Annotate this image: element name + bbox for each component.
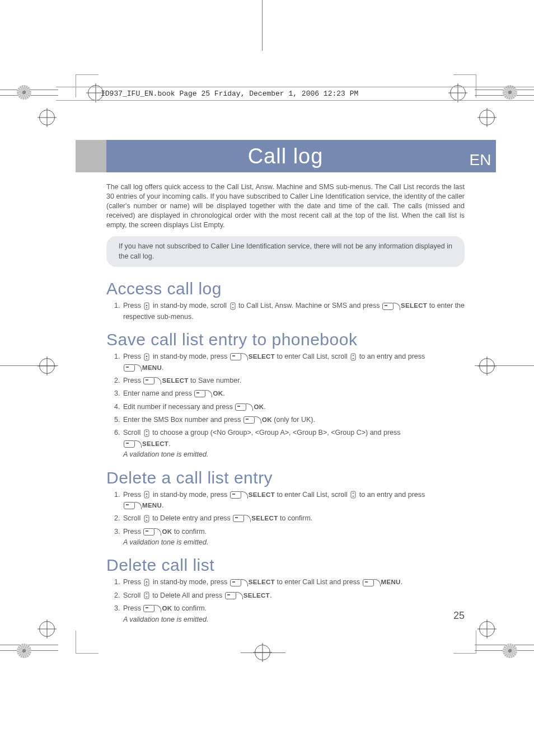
softkey-icon — [230, 353, 247, 360]
softkey-icon — [382, 303, 400, 310]
text: Press — [123, 604, 143, 612]
softkey-label: SELECT — [162, 377, 188, 384]
text: to an entry and press — [357, 491, 425, 499]
softkey-icon — [143, 605, 161, 612]
registration-mark-icon — [39, 358, 55, 374]
text: Press — [123, 377, 143, 384]
text: . — [264, 403, 265, 411]
softkey-label: OK — [254, 403, 264, 410]
intro-paragraph: The call log offers quick access to the … — [106, 182, 465, 229]
text: . — [401, 578, 402, 586]
softkey-label: SELECT — [249, 491, 275, 498]
validation-tone-text: A validation tone is emitted. — [123, 616, 208, 623]
list-delete-list: Press in stand-by mode, press SELECT to … — [106, 577, 465, 625]
softkey-label: SELECT — [142, 440, 168, 447]
list-save: Press in stand-by mode, press SELECT to … — [106, 351, 465, 460]
text: to an entry and press — [357, 353, 425, 360]
registration-mark-icon — [479, 358, 495, 374]
list-item: Press in stand-by mode, press SELECT to … — [122, 351, 465, 373]
heading-save: Save call list entry to phonebook — [106, 330, 465, 349]
softkey-label: OK — [213, 390, 223, 397]
text: to choose a group (<No Group>, <Group A>… — [151, 429, 401, 436]
text: . — [168, 440, 170, 448]
text: Press — [123, 491, 143, 499]
softkey-icon — [230, 579, 247, 586]
softkey-icon — [363, 579, 380, 586]
title-blue-block: Call log — [106, 140, 465, 172]
text: to Call List, Answ. Machine or SMS and p… — [237, 302, 382, 309]
scroll-key-icon — [144, 515, 149, 523]
heading-delete-entry: Delete a call list entry — [106, 468, 465, 487]
text: to confirm. — [172, 528, 207, 536]
svg-point-1 — [146, 307, 147, 308]
heading-access: Access call log — [106, 279, 465, 298]
softkey-icon — [235, 403, 252, 411]
page-title: Call log — [248, 144, 324, 168]
registration-mark-icon — [255, 645, 270, 660]
svg-point-12 — [146, 584, 147, 585]
softkey-label: SELECT — [401, 302, 427, 309]
text: Enter name and press — [123, 389, 194, 397]
scroll-key-icon — [350, 491, 356, 499]
svg-rect-13 — [144, 592, 149, 599]
text: in stand-by mode, press — [151, 578, 229, 586]
up-key-icon — [144, 353, 149, 361]
registration-mark-icon — [39, 621, 55, 637]
text: Scroll — [123, 429, 143, 436]
text: Edit number if necessary and press — [123, 403, 235, 411]
softkey-icon — [243, 416, 261, 424]
list-item: Press SELECT to Save number. — [122, 375, 465, 386]
text: Press — [123, 353, 143, 360]
up-key-icon — [144, 491, 149, 499]
softkey-label: OK — [162, 605, 172, 612]
registration-mark-icon — [479, 621, 495, 637]
scroll-key-icon — [350, 353, 356, 361]
list-item: Press OK to confirm. A validation tone i… — [122, 603, 465, 625]
crop-mark-icon — [453, 631, 476, 654]
list-delete-entry: Press in stand-by mode, press SELECT to … — [106, 490, 465, 548]
text: to confirm. — [172, 604, 207, 612]
heading-delete-list: Delete call list — [106, 556, 465, 575]
page-number: 25 — [453, 610, 465, 622]
softkey-label: SELECT — [243, 592, 270, 599]
svg-point-4 — [146, 358, 147, 359]
text: Enter the SMS Box number and press — [123, 416, 243, 424]
text: in stand-by mode, press — [151, 353, 229, 360]
list-item: Enter the SMS Box number and press OK (o… — [122, 415, 465, 425]
text: Scroll — [123, 591, 143, 599]
text: in stand-by mode, press — [151, 491, 229, 499]
text: Press — [123, 578, 143, 586]
star-bullet-icon — [503, 644, 517, 658]
text: Press — [123, 528, 143, 536]
star-bullet-icon — [17, 85, 31, 100]
softkey-icon — [230, 491, 247, 499]
up-key-icon — [144, 579, 149, 586]
text: to enter Call List and press — [275, 578, 362, 586]
softkey-icon — [143, 377, 161, 384]
softkey-icon — [124, 440, 141, 448]
list-item: Scroll to choose a group (<No Group>, <G… — [122, 428, 465, 460]
crop-mark-icon — [76, 631, 99, 654]
text: in stand-by mode, scroll — [151, 302, 228, 309]
softkey-label: OK — [262, 416, 272, 423]
text: . — [162, 364, 163, 372]
softkey-icon — [225, 592, 242, 599]
text: to Delete All and press — [151, 591, 224, 599]
list-item: Scroll to Delete All and press SELECT. — [122, 590, 465, 601]
registration-mark-icon — [39, 110, 55, 125]
list-item: Enter name and press OK. — [122, 388, 465, 399]
text: Scroll — [123, 514, 143, 522]
list-item: Press in stand-by mode, press SELECT to … — [122, 490, 465, 511]
validation-tone-text: A validation tone is emitted. — [123, 450, 208, 458]
text: . — [223, 389, 224, 397]
text: . — [162, 501, 163, 509]
softkey-label: MENU — [142, 364, 162, 371]
crop-line-icon — [262, 0, 263, 51]
text: to Delete entry and press — [151, 514, 233, 522]
validation-tone-text: A validation tone is emitted. — [123, 538, 208, 546]
svg-rect-5 — [351, 354, 355, 360]
star-bullet-icon — [17, 644, 31, 658]
softkey-label: SELECT — [251, 515, 278, 522]
svg-rect-2 — [231, 303, 235, 309]
list-item: Edit number if necessary and press OK. — [122, 402, 465, 412]
